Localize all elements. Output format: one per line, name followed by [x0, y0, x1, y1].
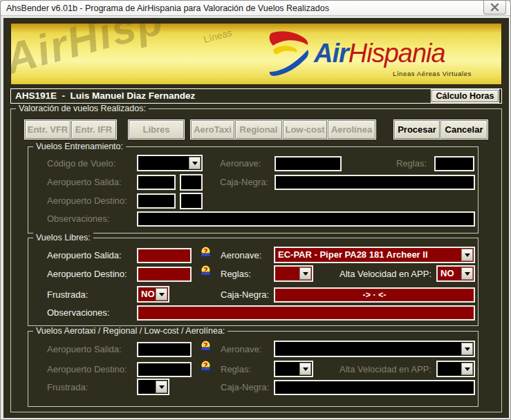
aerotaxi-alta-velocidad-label: Alta Velocidad en APP: [336, 364, 431, 374]
dropdown-arrow-icon [192, 162, 198, 165]
close-button[interactable] [483, 1, 506, 15]
entr-vfr-button[interactable]: Entr. VFR [25, 120, 71, 139]
training-aeronave-field[interactable] [275, 156, 342, 171]
libres-reglas-combo[interactable] [274, 265, 313, 282]
training-destino-code-field[interactable] [180, 193, 203, 209]
libres-salida-label: Aeropuerto Salida: [47, 250, 122, 260]
entrenamiento-group: Vuelos Entrenamiento: Código de Vuelo: A… [28, 146, 479, 233]
aerotaxi-aeronave-dropdown-button[interactable] [461, 343, 473, 355]
training-salida-field[interactable] [137, 175, 176, 190]
dropdown-arrow-icon [303, 368, 308, 371]
pilot-code-name: AHS191E - Luis Manuel Diaz Fernandez [15, 90, 195, 101]
aerotaxi-group-label: Vuelos Aerotaxi / Regional / Low-cost / … [33, 326, 227, 336]
training-observaciones-label: Observaciones: [47, 213, 109, 224]
libres-alta-velocidad-value: NO [438, 267, 461, 280]
libres-caja-negra-field[interactable]: -> · <- [274, 287, 475, 303]
training-reglas-label: Reglas: [396, 158, 427, 169]
training-destino-field[interactable] [137, 193, 176, 209]
libres-aeronave-combo[interactable]: EC-PAR - Piper PA28 181 Archeer II [274, 247, 475, 263]
calculo-horas-button[interactable]: Cálculo Horas [431, 90, 499, 102]
libres-frustrada-value: NO [138, 287, 155, 301]
logo-tagline: Líneas Aéreas Virtuales [393, 70, 472, 77]
window-title: AhsBender v6.01b - Programa de AirHispan… [6, 3, 329, 13]
dropdown-arrow-icon [465, 368, 470, 371]
airport-help-icon[interactable]: ? [200, 341, 212, 353]
aerotaxi-button[interactable]: AeroTaxi [191, 120, 234, 139]
libres-group-label: Vuelos Libres: [33, 233, 93, 243]
aerotaxi-alta-velocidad-combo[interactable] [436, 361, 475, 377]
airport-help-icon[interactable]: ? [200, 361, 212, 373]
aerotaxi-reglas-label: Reglas: [221, 364, 251, 374]
aerotaxi-alta-velocidad-dropdown-button[interactable] [461, 363, 473, 375]
dropdown-arrow-icon [465, 347, 470, 351]
airhispania-logo: AirHispania Líneas Aéreas Virtuales [254, 28, 490, 83]
libres-alta-velocidad-label: Alta Velocidad en APP: [336, 269, 431, 279]
valoracion-group: Valoración de vuelos Realizados: Entr. V… [10, 108, 502, 412]
libres-salida-field[interactable] [137, 248, 192, 263]
training-aeronave-label: Aeronave: [220, 158, 261, 169]
aerotaxi-alta-velocidad-value [438, 362, 461, 376]
procesar-button[interactable]: Procesar [394, 120, 440, 139]
logo-wordmark: AirHispania [314, 39, 445, 68]
libres-button[interactable]: Libres [129, 120, 184, 139]
airport-help-icon[interactable]: ? [200, 265, 212, 278]
aerotaxi-destino-field[interactable] [137, 362, 192, 377]
libres-reglas-value [275, 267, 299, 280]
libres-destino-field[interactable] [137, 267, 192, 282]
training-caja-negra-label: Caja-Negra: [220, 177, 268, 187]
libres-reglas-dropdown-button[interactable] [299, 267, 311, 280]
title-bar[interactable]: AhsBender v6.01b - Programa de AirHispan… [1, 1, 510, 16]
libres-aeronave-value: EC-PAR - Piper PA28 181 Archeer II [275, 248, 461, 262]
aerotaxi-aeronave-combo[interactable] [274, 341, 475, 357]
dropdown-arrow-icon [465, 254, 470, 257]
training-observaciones-field[interactable] [137, 211, 475, 227]
airhispania-banner: AirHisp Líneas AirHispania Líneas Aéreas… [10, 23, 502, 85]
logo-air: Air [314, 39, 349, 68]
aerotaxi-aeronave-value [275, 342, 461, 356]
aerotaxi-reglas-combo[interactable] [274, 361, 313, 377]
cancelar-button[interactable]: Cancelar [440, 120, 487, 139]
libres-destino-label: Aeropuerto Destino: [47, 269, 127, 279]
libres-alta-velocidad-combo[interactable]: NO [436, 265, 475, 282]
libres-frustrada-dropdown-button[interactable] [156, 288, 167, 300]
libres-frustrada-combo[interactable]: NO [137, 286, 169, 303]
training-salida-label: Aeropuerto Salida: [47, 177, 122, 187]
aerotaxi-frustrada-value [138, 380, 155, 394]
aerotaxi-salida-label: Aeropuerto Salida: [47, 344, 122, 354]
low-cost-button[interactable]: Low-cost [283, 120, 327, 139]
valoracion-group-label: Valoración de vuelos Realizados: [16, 104, 149, 114]
libres-observaciones-field[interactable] [137, 305, 475, 321]
aerotaxi-salida-field[interactable] [137, 342, 192, 357]
libres-aeronave-dropdown-button[interactable] [461, 249, 473, 261]
codigo-vuelo-label: Código de Vuelo: [47, 158, 115, 169]
training-caja-negra-field[interactable] [275, 175, 475, 190]
libres-group: Vuelos Libres: Aeropuerto Salida: ? Aero… [28, 238, 479, 326]
training-codigo-vuelo-dropdown-button[interactable] [189, 157, 201, 169]
banner-watermark-sub: Líneas [203, 27, 234, 45]
libres-aeronave-label: Aeronave: [221, 250, 261, 260]
regional-button[interactable]: Regional [235, 120, 282, 139]
aerolinea-button[interactable]: Aerolínea [328, 120, 375, 139]
libres-frustrada-label: Frustrada: [47, 289, 88, 300]
aerotaxi-reglas-dropdown-button[interactable] [299, 363, 311, 375]
aerotaxi-caja-negra-label: Caja-Negra: [221, 382, 269, 392]
aerotaxi-frustrada-label: Frustrada: [47, 382, 88, 392]
libres-alta-velocidad-dropdown-button[interactable] [461, 267, 473, 280]
svg-text:?: ? [203, 266, 207, 275]
svg-text:?: ? [203, 361, 207, 370]
aerotaxi-group: Vuelos Aerotaxi / Regional / Low-cost / … [28, 331, 479, 407]
airport-help-icon[interactable]: ? [200, 247, 212, 259]
training-codigo-vuelo-combo[interactable] [137, 155, 203, 171]
aerotaxi-caja-negra-field[interactable] [274, 380, 475, 395]
aerotaxi-frustrada-dropdown-button[interactable] [156, 381, 167, 393]
pilot-bar: AHS191E - Luis Manuel Diaz Fernandez Cál… [10, 88, 502, 104]
svg-text:?: ? [203, 247, 207, 256]
aerotaxi-frustrada-combo[interactable] [137, 379, 169, 395]
training-reglas-field[interactable] [434, 156, 474, 171]
training-salida-code-field[interactable] [180, 174, 203, 191]
banner-watermark: AirHisp [10, 23, 169, 84]
client-area: AirHisp Líneas AirHispania Líneas Aéreas… [3, 18, 509, 418]
entr-ifr-button[interactable]: Entr. IFR [71, 120, 116, 139]
svg-text:?: ? [203, 341, 207, 350]
close-icon [490, 3, 499, 11]
